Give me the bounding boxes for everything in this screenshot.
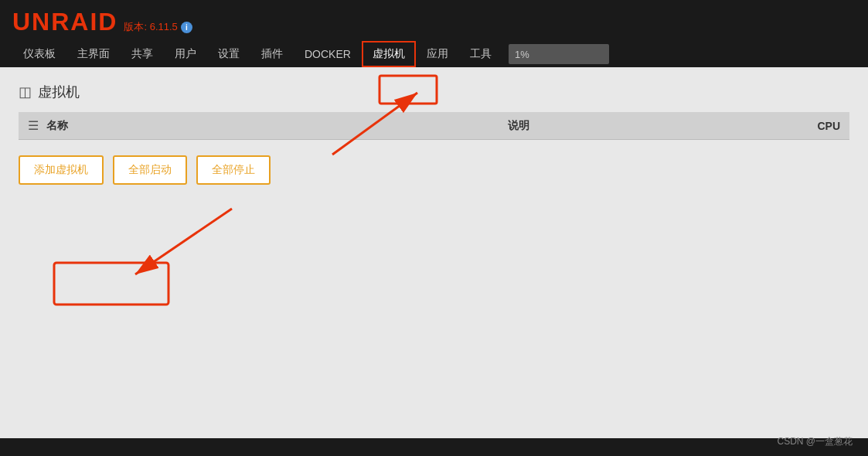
buttons-section: 添加虚拟机 全部启动 全部停止 (19, 155, 849, 185)
page-title: 虚拟机 (38, 83, 80, 101)
brand-title: UNRAID (12, 8, 117, 36)
page-content: ◫ 虚拟机 ☰ 名称 说明 CPU 添加虚拟机 全部启动 全部停止 (0, 67, 868, 438)
nav-user[interactable]: 用户 (164, 41, 207, 67)
nav-plugins[interactable]: 插件 (250, 41, 294, 67)
nav-main[interactable]: 主界面 (66, 41, 121, 67)
nav-docker[interactable]: DOCKER (294, 42, 362, 66)
nav-share[interactable]: 共享 (121, 41, 164, 67)
info-icon[interactable]: i (181, 22, 192, 33)
stop-all-button[interactable]: 全部停止 (196, 155, 271, 185)
brand: UNRAID 版本: 6.11.5 i (12, 8, 856, 36)
nav-vms[interactable]: 虚拟机 (362, 41, 416, 67)
start-all-button[interactable]: 全部启动 (113, 155, 187, 185)
cpu-bar: 1% (509, 44, 609, 64)
nav-settings[interactable]: 设置 (207, 41, 250, 67)
page-header: ◫ 虚拟机 (19, 83, 849, 101)
col-desc-header: 说明 (508, 119, 778, 133)
add-vm-button[interactable]: 添加虚拟机 (19, 155, 104, 185)
table-header: ☰ 名称 说明 CPU (19, 112, 849, 140)
col-cpu-header: CPU (778, 120, 840, 132)
nav-dashboard[interactable]: 仪表板 (12, 41, 66, 67)
main-nav: 仪表板 主界面 共享 用户 设置 插件 DOCKER 虚拟机 应用 工具 1% (12, 41, 856, 67)
watermark: CSDN @一盒葱花 (777, 435, 853, 448)
nav-tools[interactable]: 工具 (459, 41, 502, 67)
cpu-label: 1% (515, 49, 529, 60)
nav-apps[interactable]: 应用 (416, 41, 459, 67)
vm-page-icon: ◫ (19, 83, 32, 100)
header: UNRAID 版本: 6.11.5 i 仪表板 主界面 共享 用户 设置 插件 … (0, 0, 868, 67)
col-name-header: 名称 (46, 119, 508, 133)
brand-version: 版本: 6.11.5 i (124, 20, 192, 34)
list-icon: ☰ (28, 118, 39, 133)
